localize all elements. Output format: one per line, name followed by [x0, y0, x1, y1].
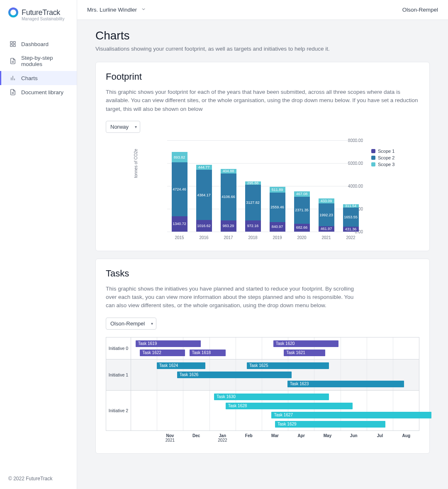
tasks-site-select[interactable]: Olson-Rempel — [106, 318, 156, 330]
bar-segment: 3127.82 — [245, 185, 261, 220]
gantt-x-tick: Mar — [262, 431, 288, 443]
gridline — [167, 232, 363, 232]
nav-item-label: Step-by-step modules — [21, 55, 68, 67]
gantt-lane: Task 1624Task 1625Task 1626Task 1623 — [131, 359, 419, 390]
svg-rect-1 — [13, 42, 15, 44]
x-tick: 2020 — [294, 235, 310, 240]
svg-rect-2 — [10, 44, 12, 46]
bar-segment: 2559.46 — [270, 193, 285, 222]
gantt-bar[interactable]: Task 1629 — [275, 421, 385, 428]
bar-segment: 467.08 — [294, 191, 310, 197]
brand-tagline: Managed Sustainability — [22, 17, 68, 21]
gantt-bar[interactable]: Task 1622 — [140, 350, 185, 356]
nav-item-label: Document library — [21, 89, 63, 95]
brand: FutureTrack Managed Sustainability — [0, 0, 77, 25]
nav-item-document-library[interactable]: Document library — [0, 85, 77, 99]
x-tick: 2021 — [319, 235, 334, 240]
gantt-row-label: Initiative 2 — [106, 391, 131, 430]
user-name: Mrs. Lurline Windler — [87, 7, 137, 13]
user-menu[interactable]: Mrs. Lurline Windler — [87, 7, 146, 13]
gantt-xaxis: Nov2021DecJan2022FebMarAprMayJunJulAug — [131, 431, 419, 443]
bars-container: 1340.724724.46893.821016.624384.17444.77… — [167, 140, 363, 232]
bar-segment: 1992.23 — [319, 203, 334, 226]
bar-segment: 433.09 — [319, 198, 334, 203]
bar-group: 1340.724724.46893.82 — [172, 152, 187, 231]
bar-segment: 295.88 — [245, 181, 261, 185]
svg-rect-3 — [13, 44, 15, 46]
bar-segment: 893.82 — [172, 152, 187, 162]
gantt-x-tick: Jun — [341, 431, 367, 443]
bar-segment: 1340.72 — [172, 216, 187, 232]
legend-item: Scope 3 — [371, 162, 394, 167]
gantt-bar[interactable]: Task 1619 — [136, 340, 201, 347]
brand-logo-icon — [8, 7, 18, 17]
brand-name: FutureTrack — [22, 8, 60, 17]
tasks-card: Tasks This graphic shows the initiatives… — [95, 259, 430, 454]
bar-segment: 1016.62 — [196, 220, 212, 232]
legend-item: Scope 1 — [371, 149, 394, 154]
doc-icon — [10, 89, 16, 95]
footprint-title: Footprint — [106, 71, 419, 82]
bar-segment: 972.16 — [245, 220, 261, 232]
tasks-title: Tasks — [106, 268, 419, 279]
gantt-x-tick: Aug — [393, 431, 419, 443]
gantt-x-tick: Apr — [288, 431, 314, 443]
nav-item-label: Charts — [21, 75, 38, 81]
gantt-bar[interactable]: Task 1623 — [287, 381, 404, 387]
gantt-x-tick: May — [314, 431, 341, 443]
bar-group: 461.971992.23433.09 — [319, 198, 334, 231]
x-labels: 20152016201720182019202020212022 — [167, 235, 363, 240]
footprint-chart: tonnes of CO2e0.002000.004000.006000.008… — [147, 140, 363, 240]
nav-item-step-by-step-modules[interactable]: Step-by-step modules — [0, 51, 77, 71]
bar-segment: 311.54 — [343, 204, 359, 208]
bar-segment: 4106.66 — [221, 174, 236, 220]
footprint-desc: This graphic shows your footprint for ea… — [106, 88, 419, 113]
gantt-bar[interactable]: Task 1624 — [157, 362, 205, 369]
nav-item-label: Dashboard — [21, 41, 49, 47]
bar-group: 431.361653.55311.54 — [343, 204, 359, 232]
gantt-bar[interactable]: Task 1627 — [271, 412, 431, 418]
gantt-bar[interactable]: Task 1628 — [226, 403, 353, 409]
nav-item-charts[interactable]: Charts — [0, 71, 77, 85]
bar-group: 972.163127.82295.88 — [245, 181, 261, 232]
gantt-chart: Initiative 0Task 1619Task 1620Task 1622T… — [106, 337, 419, 431]
footprint-site-select[interactable]: Norway — [106, 121, 140, 133]
gantt-lane: Task 1630Task 1628Task 1627Task 1629 — [131, 391, 419, 430]
gantt-bar[interactable]: Task 1625 — [247, 362, 329, 369]
x-tick: 2019 — [270, 235, 285, 240]
bar-group: 682.662371.35467.08 — [294, 191, 310, 232]
bar-icon — [10, 75, 16, 81]
main: Mrs. Lurline Windler Olson-Rempel Charts… — [77, 0, 448, 489]
nav-item-dashboard[interactable]: Dashboard — [0, 37, 77, 51]
legend-swatch — [371, 156, 375, 160]
bar-group: 1016.624384.17444.77 — [196, 165, 212, 232]
gantt-row-label: Initiative 0 — [106, 337, 131, 359]
bar-segment: 983.29 — [221, 220, 236, 232]
bar-segment: 4384.17 — [196, 170, 212, 220]
gantt-bar[interactable]: Task 1618 — [190, 350, 226, 356]
bar-segment: 2371.35 — [294, 197, 310, 224]
gantt-row: Initiative 2Task 1630Task 1628Task 1627T… — [106, 391, 419, 430]
svg-rect-0 — [10, 42, 12, 44]
gantt-bar[interactable]: Task 1621 — [284, 350, 325, 356]
page-desc: Visualisations showing your current foot… — [95, 46, 430, 52]
footprint-card: Footprint This graphic shows your footpr… — [95, 62, 430, 251]
bar-group: 840.972559.46511.89 — [270, 187, 285, 232]
legend-item: Scope 2 — [371, 155, 394, 160]
gantt-bar[interactable]: Task 1620 — [273, 340, 339, 347]
bar-segment: 511.89 — [270, 187, 285, 193]
gantt-x-tick: Nov2021 — [157, 431, 183, 443]
gantt-bar[interactable]: Task 1630 — [214, 394, 329, 400]
x-tick: 2016 — [196, 235, 212, 240]
bar-segment: 4724.46 — [172, 162, 187, 216]
legend-swatch — [371, 162, 375, 166]
org-name: Olson-Rempel — [402, 7, 438, 13]
gantt-row: Initiative 0Task 1619Task 1620Task 1622T… — [106, 337, 419, 359]
x-tick: 2015 — [172, 235, 187, 240]
x-tick: 2017 — [221, 235, 236, 240]
chevron-down-icon — [141, 7, 146, 13]
y-axis-label: tonnes of CO2e — [134, 149, 138, 178]
gantt-lane: Task 1619Task 1620Task 1622Task 1618Task… — [131, 337, 419, 359]
bar-segment: 682.66 — [294, 224, 310, 232]
gantt-bar[interactable]: Task 1626 — [177, 372, 292, 378]
